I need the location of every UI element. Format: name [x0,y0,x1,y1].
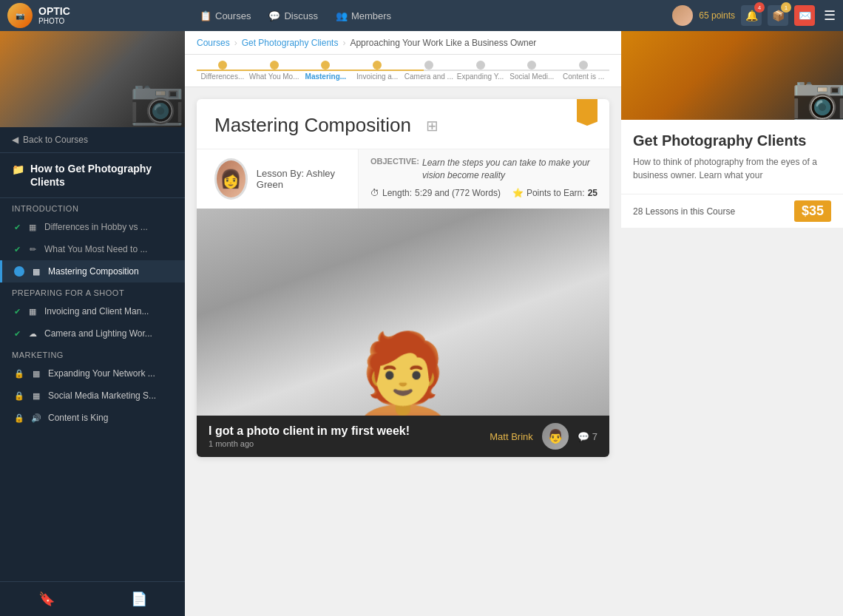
lesson-card: Mastering Composition ⊞ 👩 Lesson By: Ash… [197,99,609,457]
hamburger-menu[interactable]: ☰ [824,7,836,24]
lesson-stats: ⏱ Length: 5:29 and (772 Words) ⭐ Points … [370,188,597,198]
members-icon: 👥 [336,10,348,21]
comment-time: 1 month ago [209,439,481,448]
tab-dot [218,61,227,70]
lock-icon: 🔒 [14,413,24,423]
lesson-instructor: 👩 Lesson By: Ashley Green [197,149,358,209]
lessons-count: 28 Lessons in this Course [633,206,735,217]
price-tag: $35 [794,200,831,222]
sidebar-item-expanding[interactable]: 🔒 ▦ Expanding Your Network ... [0,362,185,385]
video-icon: ▦ [30,265,42,277]
sidebar-hero-image: 📷 [0,31,185,127]
comment-text-heading: I got a photo client in my first week! [209,424,481,438]
lock-icon: 🔒 [14,369,24,379]
comment-content: I got a photo client in my first week! 1… [209,424,481,448]
lesson-title: Mastering Composition [214,114,411,137]
clock-icon: ⏱ [370,188,379,198]
check-icon: ✔ [14,245,21,254]
sidebar-item-differences[interactable]: ✔ ▦ Differences in Hobby vs ... [0,216,185,238]
tab-dot-grey [476,61,485,70]
breadcrumb-current: Approaching Your Work Like a Business Ow… [350,38,536,48]
right-panel-title: Get Photography Clients [633,132,831,149]
objective-text: Learn the steps you can take to make you… [422,157,597,182]
instructor-label: Lesson By: Ashley Green [257,168,340,190]
sidebar: 📷 ◀ Back to Courses 📁 How to Get Photogr… [0,31,185,616]
section-header-preparing: Preparing for a Shoot [0,282,185,300]
bookmark-corner-decoration [577,99,597,126]
tab-mastering[interactable]: Mastering... [300,61,352,81]
main-content: Courses › Get Photography Clients › Appr… [185,31,621,616]
section-header-marketing: Marketing [0,345,185,362]
breadcrumb-courses[interactable]: Courses [197,38,230,48]
sidebar-item-whatyouneed[interactable]: ✔ ✏ What You Most Need to ... [0,238,185,260]
right-panel-description: How to think of photography from the eye… [633,155,831,182]
sidebar-item-social-media[interactable]: 🔒 ▦ Social Media Marketing S... [0,385,185,407]
bookmark-button[interactable]: 🔖 [0,582,92,616]
back-arrow-icon: ◀ [12,135,18,145]
breadcrumb-sep-1: › [234,38,237,48]
nav-members[interactable]: 👥 Members [336,10,391,21]
logo-area: 📷 OPTIC PHOTO [0,3,185,28]
lesson-details: Objective: Learn the steps you can take … [358,149,609,209]
right-panel-camera-icon: 📷 [791,71,843,120]
video-icon: ▦ [27,221,38,233]
messages-button[interactable]: 📦 1 [768,5,788,26]
progress-track: Differences... What You Mo... Mastering.… [197,55,609,87]
cloud-icon: ☁ [27,328,38,339]
tab-dot-grey [424,61,433,70]
user-avatar[interactable] [672,5,693,26]
instructor-info: Lesson By: Ashley Green [257,168,340,190]
right-panel-hero: 📷 [621,31,843,120]
lesson-title-row: Mastering Composition ⊞ [197,99,609,149]
breadcrumb-get-clients[interactable]: Get Photography Clients [242,38,339,48]
lock-icon: 🔒 [14,391,24,401]
tab-camera[interactable]: Camera and ... [403,61,455,81]
length-stat: ⏱ Length: 5:29 and (772 Words) [370,188,501,198]
lesson-meta: 👩 Lesson By: Ashley Green Objective: Lea… [197,149,609,209]
courses-icon: 📋 [200,10,211,21]
user-points: 65 points [699,10,735,21]
discuss-icon: 💬 [268,10,280,21]
tab-content[interactable]: Content is ... [558,61,609,81]
tab-expanding[interactable]: Expanding Y... [455,61,507,81]
top-navigation: 📷 OPTIC PHOTO 📋 Courses 💬 Discuss 👥 Memb… [0,0,843,31]
sidebar-item-camera[interactable]: ✔ ☁ Camera and Lighting Wor... [0,322,185,345]
breadcrumb-sep-2: › [342,38,345,48]
sidebar-item-invoicing[interactable]: ✔ ▦ Invoicing and Client Man... [0,300,185,322]
camera-decoration: 📷 [129,75,185,127]
logo-icon: 📷 [7,3,33,28]
video-icon: ▦ [30,390,42,402]
notifications-badge: 4 [754,2,765,13]
back-to-courses[interactable]: ◀ Back to Courses [0,127,185,153]
comment-author: Matt Brink [490,431,533,442]
sidebar-item-mastering[interactable]: ▦ Mastering Composition [0,260,185,282]
tab-dot [270,61,279,70]
notes-button[interactable]: 📄 [92,582,185,616]
check-icon: ✔ [14,223,21,232]
tab-whatyouneed[interactable]: What You Mo... [248,61,300,81]
comment-count: 💬 7 [578,431,597,442]
mail-button[interactable]: ✉️ [794,5,815,26]
progress-tabs: Differences... What You Mo... Mastering.… [185,55,621,87]
comment-bar: I got a photo client in my first week! 1… [197,416,609,457]
sidebar-bottom-bar: 🔖 📄 [0,581,185,616]
nav-discuss[interactable]: 💬 Discuss [268,10,318,21]
nav-right: 65 points 🔔 4 📦 1 ✉️ ☰ [672,5,843,26]
comment-author-avatar: 👨 [542,423,569,450]
notifications-button[interactable]: 🔔 4 [741,5,762,26]
nav-courses[interactable]: 📋 Courses [200,10,251,21]
breadcrumb: Courses › Get Photography Clients › Appr… [185,31,621,55]
video-player[interactable]: 🧑‍🦰 [197,209,609,416]
sidebar-course-title-area: 📁 How to Get Photography Clients [0,153,185,198]
sidebar-item-content[interactable]: 🔒 🔊 Content is King [0,407,185,429]
logo-text: OPTIC PHOTO [38,6,70,25]
messages-badge: 1 [781,2,791,13]
check-icon: ✔ [14,307,21,317]
instructor-avatar: 👩 [214,158,248,200]
tab-social[interactable]: Social Medi... [507,61,558,81]
tab-differences[interactable]: Differences... [197,61,248,81]
pencil-icon: ✏ [27,243,38,255]
tab-invoicing[interactable]: Invoicing a... [351,61,403,81]
video-icon: ▦ [27,305,38,317]
tab-dot-grey [579,61,588,70]
